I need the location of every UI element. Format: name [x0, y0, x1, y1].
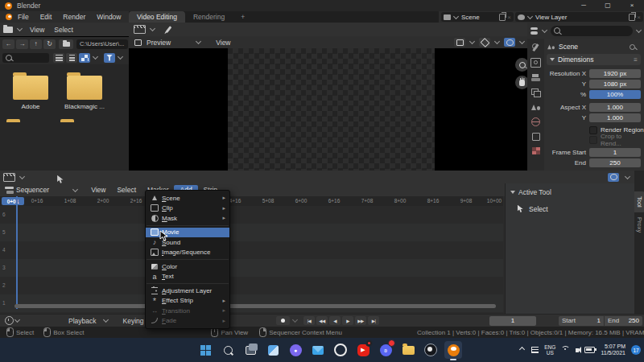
outliner-display-mode-icon[interactable] [530, 27, 539, 35]
start-button[interactable] [196, 341, 214, 359]
timeline-editor-icon[interactable] [5, 316, 14, 325]
preview-menu-view[interactable]: View [210, 37, 236, 48]
maximize-button[interactable]: ▢ [596, 0, 620, 11]
playhead[interactable] [16, 196, 18, 309]
outliner-filter-dropdown[interactable] [636, 27, 642, 32]
jump-to-start-button[interactable]: |◀ [303, 316, 315, 325]
playhead-frame-label[interactable]: 0+01 [2, 197, 24, 205]
mail-app[interactable] [309, 341, 327, 359]
sequencer-overlay-toggle[interactable] [608, 173, 619, 182]
play-reverse-button[interactable]: ◀ [329, 316, 341, 325]
ring-app[interactable] [332, 341, 349, 359]
render-region-checkbox[interactable] [589, 126, 597, 134]
frame-end-field[interactable]: End 250 [605, 316, 642, 326]
battery-icon[interactable] [584, 347, 595, 353]
forward-button[interactable]: → [16, 39, 28, 49]
speaker-icon[interactable] [576, 348, 579, 352]
next-keyframe-button[interactable]: ▶▶ [355, 316, 366, 325]
blender-app[interactable] [444, 341, 462, 359]
frame-start-field[interactable]: Start 1 [559, 316, 604, 326]
wifi-icon[interactable] [561, 346, 570, 355]
texture-tab-icon[interactable] [532, 147, 540, 154]
presets-icon[interactable]: ≡ [634, 56, 638, 64]
resolution-x-field[interactable]: 1920 px [589, 69, 641, 78]
notification-count-badge[interactable]: 17 [631, 345, 641, 355]
file-explorer[interactable] [399, 341, 417, 359]
display-thumbnails-button[interactable] [79, 53, 90, 63]
shading-toggle[interactable] [504, 38, 515, 47]
add-menu-item-mask[interactable]: Mask▸ [146, 213, 229, 224]
clipchamp-app[interactable]: ● [287, 341, 304, 359]
world-tab-icon[interactable] [531, 117, 540, 126]
record-dropdown[interactable] [292, 317, 298, 323]
aspect-y-field[interactable]: 1.000 [589, 113, 641, 122]
new-directory-button[interactable] [59, 39, 73, 49]
sequencer-editor-icon[interactable] [3, 173, 15, 182]
menu-playback[interactable]: Playback [63, 315, 102, 327]
tab-tool[interactable]: Tool [634, 191, 644, 212]
active-tool-row[interactable]: Select [506, 196, 635, 213]
youtube-app[interactable]: ▶ [354, 341, 372, 359]
minimize-button[interactable]: ─ [572, 0, 596, 11]
add-menu-item-movie[interactable]: Movie [146, 228, 229, 238]
folder-item[interactable]: Adobe [6, 76, 55, 110]
tool-tab-icon[interactable] [531, 43, 540, 51]
add-menu-item-transition[interactable]: ↔ Transition▸ [146, 306, 229, 316]
frame-end-field[interactable]: 250 [589, 158, 641, 167]
tab-video-editing[interactable]: Video Editing [129, 11, 185, 23]
sequencer-channels[interactable]: 6 5 4 3 2 1 [0, 206, 503, 314]
tab-proxy[interactable]: Proxy [634, 212, 644, 237]
add-menu-item-adjustment-layer[interactable]: Adjustment Layer [146, 286, 229, 296]
display-size-dropdown[interactable] [93, 54, 98, 60]
preview-display-mode[interactable]: Preview [147, 39, 171, 47]
add-menu-item-color[interactable]: Color [146, 261, 229, 272]
preview-canvas[interactable] [129, 48, 527, 171]
display-vertical-list-button[interactable] [53, 53, 64, 63]
output-tab-icon[interactable] [531, 74, 540, 82]
folder-item[interactable]: Blackmagic ... [60, 76, 109, 110]
file-browser-menu-select[interactable]: Select [51, 24, 76, 35]
current-frame-field[interactable]: 1 [489, 316, 536, 326]
taskbar-clock[interactable]: 5:07 PM 11/5/2021 [601, 343, 625, 356]
view-layer-selector[interactable]: View Layer × [515, 12, 643, 22]
display-horizontal-list-button[interactable] [66, 53, 77, 63]
view-layer-tab-icon[interactable] [531, 88, 540, 97]
parent-dir-button[interactable]: ↑ [30, 39, 42, 49]
auto-keyframe-button[interactable] [276, 316, 290, 325]
add-menu-item-text[interactable]: a Text [146, 272, 229, 282]
timeline-ruler[interactable]: 0+01 0+16 1+08 2+00 2+16 3+08 4+00 4+16 … [0, 196, 503, 206]
obs-app[interactable] [422, 341, 440, 359]
add-menu-item-effect-strip[interactable]: * Effect Strip▸ [146, 296, 229, 306]
widgets-button[interactable] [264, 341, 282, 359]
language-indicator[interactable]: ENG US [544, 344, 555, 356]
resolution-percent-field[interactable]: 100% [589, 90, 641, 99]
task-view-button[interactable] [242, 341, 259, 359]
annotate-tool-icon[interactable] [165, 26, 171, 33]
menu-edit[interactable]: Edit [35, 11, 58, 23]
add-menu-item-clip[interactable]: Clip▸ [146, 204, 229, 214]
tab-rendering[interactable]: Rendering [185, 11, 233, 23]
overlay-dropdown[interactable] [494, 39, 500, 44]
gizmo-toggle[interactable] [454, 38, 465, 47]
filter-button[interactable] [104, 53, 115, 63]
play-button[interactable]: ▶ [342, 316, 353, 325]
volume-mixer-icon[interactable] [531, 347, 539, 353]
add-menu-item-scene[interactable]: Scene▸ [146, 193, 229, 204]
back-button[interactable]: ← [2, 39, 14, 49]
tab-add-workspace[interactable]: + [233, 11, 253, 23]
search-input[interactable] [2, 53, 49, 63]
collection-tab-icon[interactable] [532, 133, 540, 141]
dimensions-panel-header[interactable]: Dimensions ≡ [547, 54, 641, 65]
resolution-y-field[interactable]: 1080 px [589, 80, 641, 88]
add-menu-item-sound[interactable]: ♪ Sound [146, 237, 229, 248]
blender-menu-icon[interactable] [6, 14, 12, 20]
refresh-button[interactable]: ↻ [43, 39, 56, 49]
gizmo-dropdown[interactable] [469, 39, 475, 44]
scene-tab-icon[interactable] [531, 103, 540, 111]
render-tab-icon[interactable] [530, 58, 541, 68]
sequencer-editor-icon[interactable] [134, 25, 146, 34]
previous-keyframe-button[interactable]: ◀◀ [316, 316, 328, 325]
sequencer-menu-select[interactable]: Select [111, 183, 142, 196]
file-browser-menu-view[interactable]: View [27, 24, 47, 35]
crop-to-render-checkbox[interactable] [589, 136, 597, 144]
